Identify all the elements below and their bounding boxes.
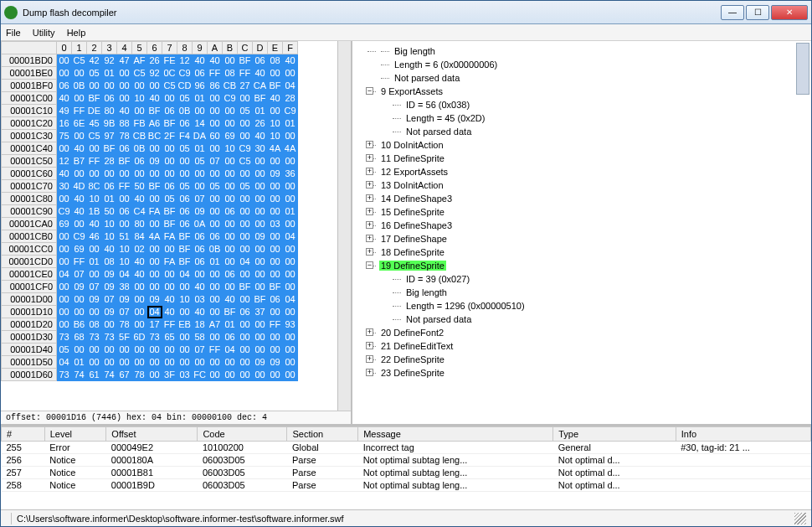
hex-byte[interactable]: DE [87, 105, 102, 117]
hex-byte[interactable]: 4A [268, 142, 283, 155]
hex-byte[interactable]: 40 [72, 193, 87, 205]
hex-byte[interactable]: 00 [253, 155, 268, 168]
hex-byte[interactable]: 80 [102, 105, 117, 117]
hex-byte[interactable]: 00 [57, 293, 72, 306]
menu-help[interactable]: Help [67, 28, 86, 38]
hex-byte[interactable]: 00 [57, 67, 72, 80]
hex-byte[interactable]: 00 [283, 243, 298, 256]
tree-item-label[interactable]: 23 DefineSprite [379, 368, 446, 378]
hex-byte[interactable]: 00 [193, 268, 208, 281]
hex-byte[interactable]: 10 [177, 293, 193, 306]
hex-byte[interactable]: 12 [57, 155, 72, 168]
hex-byte[interactable]: 00 [208, 105, 223, 117]
hex-byte[interactable]: FF [72, 256, 87, 268]
tree-item-label[interactable]: 17 DefineShape [379, 234, 449, 244]
hex-byte[interactable]: 00 [223, 243, 238, 256]
hex-byte[interactable]: 00 [57, 54, 72, 67]
log-header-message[interactable]: Message [358, 427, 553, 442]
hex-byte[interactable]: 09 [117, 293, 132, 306]
hex-byte[interactable]: 10 [132, 92, 147, 105]
hex-byte[interactable]: 00 [253, 281, 268, 293]
hex-byte[interactable]: C4 [132, 205, 147, 218]
hex-byte[interactable]: 30 [57, 180, 72, 193]
hex-byte[interactable]: 40 [57, 92, 72, 105]
hex-byte[interactable]: FA [162, 256, 177, 268]
hex-byte[interactable]: 16 [57, 117, 72, 130]
tree-item-label[interactable]: ID = 39 (0x027) [404, 274, 471, 284]
hex-byte[interactable]: 01 [223, 318, 238, 331]
hex-byte[interactable]: 09 [87, 293, 102, 306]
hex-byte[interactable]: 17 [147, 318, 162, 331]
hex-byte[interactable]: 40 [132, 193, 147, 205]
hex-byte[interactable]: FF [268, 318, 283, 331]
hex-byte[interactable]: 02 [132, 243, 147, 256]
hex-byte[interactable]: 00 [208, 92, 223, 105]
hex-byte[interactable]: 00 [72, 168, 87, 180]
hex-byte[interactable]: FE [162, 54, 177, 67]
hex-byte[interactable]: C9 [72, 230, 87, 243]
hex-byte[interactable]: 00 [208, 293, 223, 306]
hex-byte[interactable]: 00 [132, 80, 147, 92]
hex-byte[interactable]: 07 [117, 306, 132, 318]
hex-byte[interactable]: 69 [57, 218, 72, 230]
hex-byte[interactable]: 00 [147, 369, 162, 381]
hex-byte[interactable]: 00 [72, 306, 87, 318]
hex-byte[interactable]: 00 [132, 306, 147, 318]
hex-byte[interactable]: 40 [193, 54, 208, 67]
hex-byte[interactable]: AF [132, 54, 147, 67]
tree-item-label[interactable]: ID = 56 (0x038) [404, 100, 471, 110]
hex-view[interactable]: 0123456789ABCDEF00001BD000C5429247AF26FE… [1, 41, 337, 411]
hex-byte[interactable]: 40 [162, 306, 177, 318]
hex-byte[interactable]: FF [72, 105, 87, 117]
hex-byte[interactable]: 40 [193, 281, 208, 293]
log-header-info[interactable]: Info [676, 427, 810, 442]
log-header-code[interactable]: Code [198, 427, 287, 442]
hex-byte[interactable]: 05 [238, 105, 253, 117]
hex-byte[interactable]: FB [132, 117, 147, 130]
hex-byte[interactable]: 40 [193, 306, 208, 318]
hex-byte[interactable]: 74 [72, 369, 87, 381]
tree-expander-icon[interactable] [366, 181, 373, 189]
log-grid[interactable]: #LevelOffsetCodeSectionMessageTypeInfo25… [1, 426, 811, 509]
hex-byte[interactable]: 00 [57, 142, 72, 155]
hex-byte[interactable]: BF [162, 205, 177, 218]
hex-byte[interactable]: BF [177, 230, 193, 243]
hex-byte[interactable]: 03 [193, 293, 208, 306]
hex-byte[interactable]: 1B [87, 205, 102, 218]
hex-byte[interactable]: 06 [193, 243, 208, 256]
hex-byte[interactable]: 00 [208, 281, 223, 293]
hex-byte[interactable]: 08 [268, 54, 283, 67]
hex-byte[interactable]: 00 [193, 168, 208, 180]
hex-byte[interactable]: 78 [117, 318, 132, 331]
hex-byte[interactable]: 06 [238, 306, 253, 318]
hex-byte[interactable]: 07 [193, 193, 208, 205]
hex-byte[interactable]: 65 [162, 331, 177, 344]
hex-byte[interactable]: 00 [238, 344, 253, 356]
hex-byte[interactable]: 00 [147, 168, 162, 180]
hex-byte[interactable]: BF [268, 80, 283, 92]
hex-byte[interactable]: 0B [132, 142, 147, 155]
hex-byte[interactable]: 00 [57, 193, 72, 205]
tree-item-label[interactable]: 11 DefineSprite [379, 153, 446, 163]
hex-byte[interactable]: 00 [283, 331, 298, 344]
hex-byte[interactable]: 00 [223, 356, 238, 369]
hex-byte[interactable]: 00 [223, 256, 238, 268]
hex-byte[interactable]: 06 [177, 193, 193, 205]
hex-byte[interactable]: 36 [283, 168, 298, 180]
hex-byte[interactable]: 14 [193, 117, 208, 130]
hex-byte[interactable]: 00 [238, 193, 253, 205]
hex-byte[interactable]: 2F [162, 130, 177, 142]
hex-byte[interactable]: 00 [253, 168, 268, 180]
hex-byte[interactable]: BF [177, 256, 193, 268]
close-button[interactable]: ✕ [771, 5, 808, 20]
hex-byte[interactable]: 00 [238, 130, 253, 142]
tree-item-label[interactable]: 22 DefineSprite [379, 354, 446, 364]
hex-byte[interactable]: 40 [132, 268, 147, 281]
log-header-offset[interactable]: Offset [106, 427, 198, 442]
hex-byte[interactable]: 38 [117, 281, 132, 293]
tree-item-label[interactable]: Big length [404, 287, 449, 297]
hex-byte[interactable]: 05 [177, 180, 193, 193]
hex-byte[interactable]: 06 [132, 155, 147, 168]
hex-byte[interactable]: 69 [223, 130, 238, 142]
hex-byte[interactable]: 97 [102, 130, 117, 142]
